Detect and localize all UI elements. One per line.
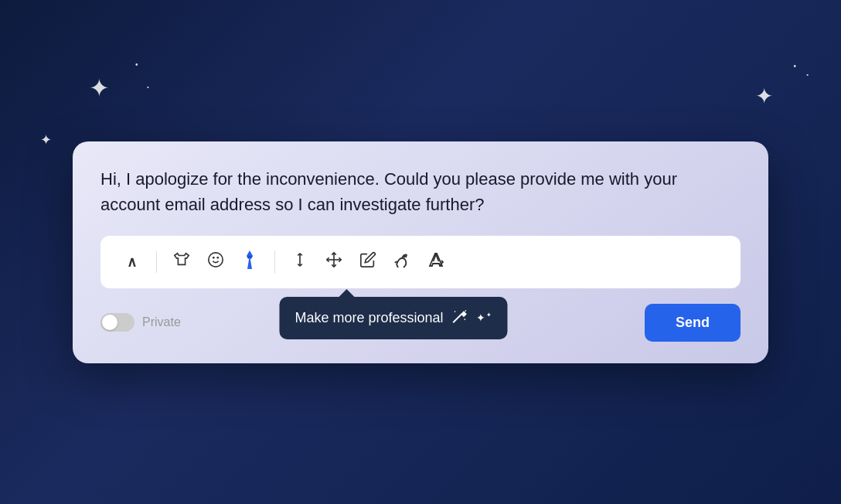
shrink-button[interactable] bbox=[318, 247, 349, 278]
expand-icon bbox=[291, 251, 308, 272]
collapse-button[interactable]: ∧ bbox=[116, 247, 147, 278]
sparkle-dot: • bbox=[793, 62, 796, 70]
message-text: Hi, I apologize for the inconvenience. C… bbox=[100, 166, 741, 217]
svg-line-9 bbox=[465, 310, 466, 311]
svg-line-8 bbox=[465, 318, 465, 319]
toolbar-divider-2 bbox=[274, 251, 275, 273]
rocking-horse-icon bbox=[393, 250, 411, 273]
sparkle-dot: • bbox=[147, 83, 149, 90]
spellcheck-button[interactable] bbox=[420, 247, 451, 278]
sparkle-dot: • bbox=[806, 71, 809, 78]
toolbar: ∧ bbox=[100, 236, 741, 288]
pencil-icon bbox=[359, 251, 376, 272]
private-toggle-switch[interactable] bbox=[100, 313, 134, 332]
sparkle-dots: ✦✦ bbox=[476, 312, 492, 324]
tooltip-text: Make more professional bbox=[295, 310, 443, 326]
svg-point-0 bbox=[209, 253, 223, 267]
private-label: Private bbox=[142, 315, 181, 329]
professional-button[interactable] bbox=[234, 247, 265, 278]
hobby-button[interactable] bbox=[386, 247, 417, 278]
emoji-button[interactable] bbox=[200, 247, 231, 278]
collapse-icon: ∧ bbox=[127, 254, 137, 271]
send-button[interactable]: Send bbox=[645, 304, 741, 342]
main-card: Hi, I apologize for the inconvenience. C… bbox=[73, 141, 768, 363]
toolbar-divider-1 bbox=[156, 251, 157, 273]
tshirt-icon bbox=[173, 251, 190, 272]
tooltip-wrapper: Make more professional ✦✦ bbox=[279, 297, 507, 339]
svg-line-7 bbox=[455, 311, 455, 312]
svg-line-6 bbox=[453, 314, 461, 322]
sparkle-decoration: ✦ bbox=[40, 131, 52, 148]
magic-wand-icon bbox=[451, 308, 468, 329]
sparkle-decoration: ✦ bbox=[755, 83, 773, 109]
tie-icon bbox=[243, 250, 257, 274]
edit-button[interactable] bbox=[352, 247, 383, 278]
svg-point-5 bbox=[403, 256, 405, 257]
spellcheck-icon bbox=[427, 250, 445, 273]
expand-button[interactable] bbox=[284, 247, 315, 278]
sparkle-dot: • bbox=[135, 60, 138, 69]
private-toggle-row[interactable]: Private bbox=[100, 313, 181, 332]
sparkle-decoration: ✦ bbox=[89, 73, 110, 103]
make-professional-tooltip: Make more professional ✦✦ bbox=[279, 297, 507, 339]
tone-button[interactable] bbox=[166, 247, 197, 278]
emoji-icon bbox=[207, 251, 224, 272]
shrink-icon bbox=[325, 251, 342, 272]
